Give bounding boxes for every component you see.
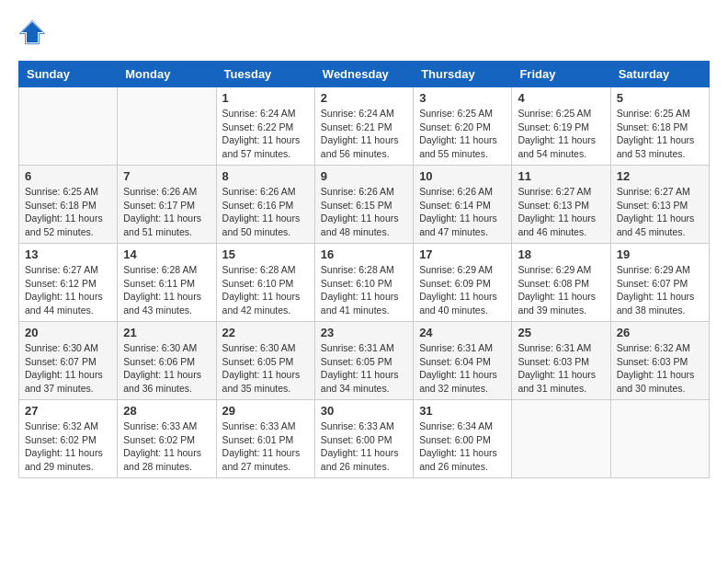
- day-info: Sunrise: 6:25 AM Sunset: 6:18 PM Dayligh…: [25, 185, 111, 239]
- day-info: Sunrise: 6:25 AM Sunset: 6:18 PM Dayligh…: [617, 107, 703, 161]
- day-info: Sunrise: 6:25 AM Sunset: 6:20 PM Dayligh…: [419, 107, 506, 161]
- calendar-cell: 3Sunrise: 6:25 AM Sunset: 6:20 PM Daylig…: [414, 87, 512, 166]
- day-number: 8: [222, 169, 309, 183]
- calendar-cell: 6Sunrise: 6:25 AM Sunset: 6:18 PM Daylig…: [19, 166, 118, 244]
- day-number: 28: [123, 404, 210, 418]
- day-info: Sunrise: 6:31 AM Sunset: 6:03 PM Dayligh…: [518, 341, 604, 396]
- calendar-table: SundayMondayTuesdayWednesdayThursdayFrid…: [18, 61, 710, 478]
- day-header-sunday: Sunday: [19, 62, 118, 87]
- day-info: Sunrise: 6:33 AM Sunset: 6:00 PM Dayligh…: [321, 419, 407, 474]
- calendar-cell: 25Sunrise: 6:31 AM Sunset: 6:03 PM Dayli…: [512, 322, 610, 400]
- day-number: 19: [617, 247, 703, 261]
- calendar-week-4: 20Sunrise: 6:30 AM Sunset: 6:07 PM Dayli…: [19, 322, 710, 400]
- day-header-monday: Monday: [118, 62, 216, 87]
- calendar-cell: 30Sunrise: 6:33 AM Sunset: 6:00 PM Dayli…: [314, 400, 413, 478]
- day-number: 29: [222, 404, 309, 418]
- day-header-thursday: Thursday: [414, 62, 512, 87]
- day-number: 10: [419, 169, 506, 183]
- calendar-cell: 18Sunrise: 6:29 AM Sunset: 6:08 PM Dayli…: [512, 244, 610, 322]
- day-number: 30: [321, 404, 407, 418]
- day-number: 2: [321, 91, 407, 105]
- day-info: Sunrise: 6:32 AM Sunset: 6:03 PM Dayligh…: [617, 341, 703, 396]
- day-number: 24: [419, 326, 506, 339]
- day-number: 20: [25, 326, 111, 339]
- calendar-week-1: 1Sunrise: 6:24 AM Sunset: 6:22 PM Daylig…: [19, 87, 710, 166]
- day-number: 18: [518, 247, 604, 261]
- calendar-cell: 27Sunrise: 6:32 AM Sunset: 6:02 PM Dayli…: [19, 400, 118, 478]
- day-number: 1: [222, 91, 309, 105]
- calendar-cell: 9Sunrise: 6:26 AM Sunset: 6:15 PM Daylig…: [314, 166, 413, 244]
- calendar-cell: 4Sunrise: 6:25 AM Sunset: 6:19 PM Daylig…: [512, 87, 610, 166]
- day-info: Sunrise: 6:28 AM Sunset: 6:10 PM Dayligh…: [321, 263, 407, 317]
- day-info: Sunrise: 6:31 AM Sunset: 6:04 PM Dayligh…: [419, 341, 506, 396]
- day-info: Sunrise: 6:27 AM Sunset: 6:12 PM Dayligh…: [25, 263, 111, 317]
- day-info: Sunrise: 6:24 AM Sunset: 6:21 PM Dayligh…: [321, 107, 407, 161]
- calendar-week-3: 13Sunrise: 6:27 AM Sunset: 6:12 PM Dayli…: [19, 244, 710, 322]
- calendar-week-5: 27Sunrise: 6:32 AM Sunset: 6:02 PM Dayli…: [19, 400, 710, 478]
- day-number: 25: [518, 326, 604, 339]
- calendar-cell: 26Sunrise: 6:32 AM Sunset: 6:03 PM Dayli…: [610, 322, 709, 400]
- calendar-cell: 23Sunrise: 6:31 AM Sunset: 6:05 PM Dayli…: [314, 322, 413, 400]
- calendar-week-2: 6Sunrise: 6:25 AM Sunset: 6:18 PM Daylig…: [19, 166, 710, 244]
- calendar-cell: 17Sunrise: 6:29 AM Sunset: 6:09 PM Dayli…: [414, 244, 512, 322]
- day-header-wednesday: Wednesday: [314, 62, 413, 87]
- day-info: Sunrise: 6:34 AM Sunset: 6:00 PM Dayligh…: [419, 419, 506, 474]
- day-info: Sunrise: 6:30 AM Sunset: 6:06 PM Dayligh…: [123, 341, 210, 396]
- calendar-cell: 15Sunrise: 6:28 AM Sunset: 6:10 PM Dayli…: [216, 244, 314, 322]
- day-header-saturday: Saturday: [610, 62, 709, 87]
- day-number: 31: [419, 404, 506, 418]
- day-number: 26: [617, 326, 703, 339]
- calendar-cell: 22Sunrise: 6:30 AM Sunset: 6:05 PM Dayli…: [216, 322, 314, 400]
- calendar-cell: 14Sunrise: 6:28 AM Sunset: 6:11 PM Dayli…: [118, 244, 216, 322]
- calendar-cell: 1Sunrise: 6:24 AM Sunset: 6:22 PM Daylig…: [216, 87, 314, 166]
- day-info: Sunrise: 6:33 AM Sunset: 6:02 PM Dayligh…: [123, 419, 210, 474]
- day-info: Sunrise: 6:33 AM Sunset: 6:01 PM Dayligh…: [222, 419, 309, 474]
- day-info: Sunrise: 6:29 AM Sunset: 6:07 PM Dayligh…: [617, 263, 703, 317]
- calendar-cell: 28Sunrise: 6:33 AM Sunset: 6:02 PM Dayli…: [118, 400, 216, 478]
- day-number: 4: [518, 91, 604, 105]
- calendar-cell: [610, 400, 709, 478]
- day-number: 6: [25, 169, 111, 183]
- calendar-cell: 24Sunrise: 6:31 AM Sunset: 6:04 PM Dayli…: [414, 322, 512, 400]
- day-info: Sunrise: 6:31 AM Sunset: 6:05 PM Dayligh…: [321, 341, 407, 396]
- calendar-cell: 5Sunrise: 6:25 AM Sunset: 6:18 PM Daylig…: [610, 87, 709, 166]
- calendar-cell: 2Sunrise: 6:24 AM Sunset: 6:21 PM Daylig…: [314, 87, 413, 166]
- day-info: Sunrise: 6:26 AM Sunset: 6:17 PM Dayligh…: [123, 185, 210, 239]
- calendar-cell: 11Sunrise: 6:27 AM Sunset: 6:13 PM Dayli…: [512, 166, 610, 244]
- day-number: 7: [123, 169, 210, 183]
- calendar-cell: 29Sunrise: 6:33 AM Sunset: 6:01 PM Dayli…: [216, 400, 314, 478]
- calendar-cell: 12Sunrise: 6:27 AM Sunset: 6:13 PM Dayli…: [610, 166, 709, 244]
- day-header-friday: Friday: [512, 62, 610, 87]
- logo: [18, 18, 50, 46]
- calendar-cell: 10Sunrise: 6:26 AM Sunset: 6:14 PM Dayli…: [414, 166, 512, 244]
- day-number: 9: [321, 169, 407, 183]
- calendar-cell: 8Sunrise: 6:26 AM Sunset: 6:16 PM Daylig…: [216, 166, 314, 244]
- day-info: Sunrise: 6:26 AM Sunset: 6:14 PM Dayligh…: [419, 185, 506, 239]
- day-info: Sunrise: 6:25 AM Sunset: 6:19 PM Dayligh…: [518, 107, 604, 161]
- day-number: 16: [321, 247, 407, 261]
- page-header: [18, 18, 710, 46]
- calendar-header-row: SundayMondayTuesdayWednesdayThursdayFrid…: [19, 62, 710, 87]
- day-number: 21: [123, 326, 210, 339]
- day-info: Sunrise: 6:29 AM Sunset: 6:08 PM Dayligh…: [518, 263, 604, 317]
- day-info: Sunrise: 6:26 AM Sunset: 6:16 PM Dayligh…: [222, 185, 309, 239]
- day-info: Sunrise: 6:28 AM Sunset: 6:11 PM Dayligh…: [123, 263, 210, 317]
- day-info: Sunrise: 6:27 AM Sunset: 6:13 PM Dayligh…: [617, 185, 703, 239]
- day-number: 27: [25, 404, 111, 418]
- day-number: 23: [321, 326, 407, 339]
- calendar-cell: [19, 87, 118, 166]
- day-number: 13: [25, 247, 111, 261]
- day-number: 3: [419, 91, 506, 105]
- calendar-cell: 16Sunrise: 6:28 AM Sunset: 6:10 PM Dayli…: [314, 244, 413, 322]
- day-number: 5: [617, 91, 703, 105]
- day-number: 22: [222, 326, 309, 339]
- day-info: Sunrise: 6:29 AM Sunset: 6:09 PM Dayligh…: [419, 263, 506, 317]
- calendar-cell: 7Sunrise: 6:26 AM Sunset: 6:17 PM Daylig…: [118, 166, 216, 244]
- day-info: Sunrise: 6:27 AM Sunset: 6:13 PM Dayligh…: [518, 185, 604, 239]
- day-info: Sunrise: 6:30 AM Sunset: 6:07 PM Dayligh…: [25, 341, 111, 396]
- day-number: 11: [518, 169, 604, 183]
- day-number: 14: [123, 247, 210, 261]
- calendar-cell: [512, 400, 610, 478]
- day-header-tuesday: Tuesday: [216, 62, 314, 87]
- day-info: Sunrise: 6:32 AM Sunset: 6:02 PM Dayligh…: [25, 419, 111, 474]
